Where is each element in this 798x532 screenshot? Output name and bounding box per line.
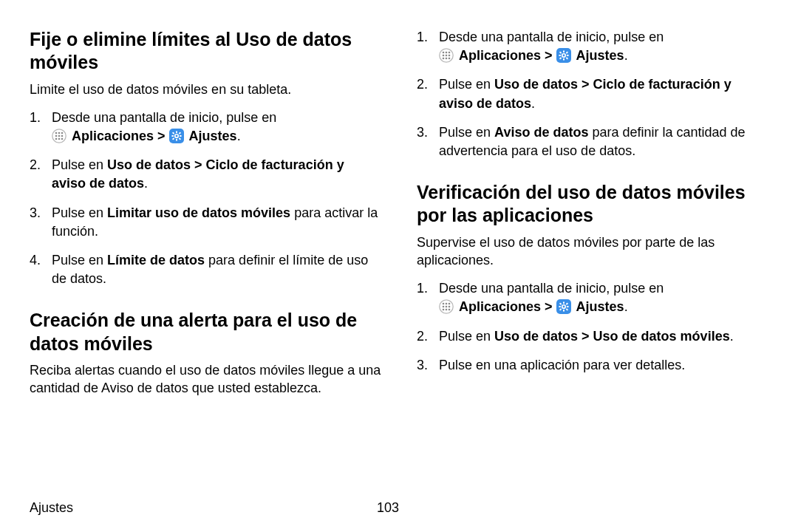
steps-create-alert: Desde una pantalla de inicio, pulse en A… (417, 28, 768, 160)
gear-icon (556, 299, 571, 314)
period: . (624, 48, 628, 63)
label-aplicaciones: Aplicaciones (459, 299, 541, 314)
step-item: Pulse en Uso de datos > Ciclo de factura… (30, 156, 381, 193)
intro-create-alert: Reciba alertas cuando el uso de datos mó… (30, 361, 381, 398)
period: . (730, 329, 734, 344)
step-text: Pulse en (52, 253, 107, 267)
gear-icon (556, 48, 571, 63)
step-text: Pulse en (52, 157, 107, 172)
step-bold: Uso de datos > Uso de datos móviles (494, 329, 730, 344)
step-text: Pulse en (439, 77, 494, 92)
step-text: Pulse en (439, 329, 494, 344)
heading-create-alert: Creación de una alerta para el uso de da… (30, 309, 381, 355)
step-text: Desde una pantalla de inicio, pulse en (52, 110, 276, 125)
gear-icon (169, 129, 184, 143)
step-item: Desde una pantalla de inicio, pulse en A… (417, 28, 768, 65)
heading-verify-usage: Verificación del uso de datos móviles po… (417, 181, 768, 228)
page-footer: Ajustes 103 (30, 500, 768, 516)
label-ajustes: Ajustes (576, 48, 624, 63)
period: . (237, 129, 241, 143)
page-columns: Fije o elimine límites al Uso de datos m… (30, 28, 768, 407)
step-item: Desde una pantalla de inicio, pulse en A… (417, 279, 768, 316)
label-ajustes: Ajustes (189, 129, 237, 143)
label-aplicaciones: Aplicaciones (72, 129, 154, 143)
footer-page-number: 103 (377, 500, 399, 516)
step-item: Pulse en Aviso de datos para definir la … (417, 123, 768, 160)
period: . (624, 299, 628, 314)
step-text: Desde una pantalla de inicio, pulse en (439, 281, 664, 296)
step-item: Pulse en Uso de datos > Ciclo de factura… (417, 75, 768, 112)
step-item: Pulse en Límite de datos para definir el… (30, 251, 381, 288)
chevron: > (545, 299, 556, 314)
heading-set-limits: Fije o elimine límites al Uso de datos m… (30, 28, 381, 75)
steps-verify-usage: Desde una pantalla de inicio, pulse en A… (417, 279, 768, 375)
footer-section: Ajustes (30, 500, 73, 516)
step-text: Pulse en (52, 205, 107, 220)
step-item: Pulse en Uso de datos > Uso de datos móv… (417, 327, 768, 346)
steps-set-limits: Desde una pantalla de inicio, pulse en A… (30, 109, 381, 289)
step-bold: Aviso de datos (494, 125, 588, 140)
apps-icon (439, 48, 454, 63)
intro-verify-usage: Supervise el uso de datos móviles por pa… (417, 233, 768, 270)
left-column: Fije o elimine límites al Uso de datos m… (30, 28, 381, 407)
period: . (144, 176, 148, 191)
label-ajustes: Ajustes (576, 299, 624, 314)
label-aplicaciones: Aplicaciones (459, 48, 541, 63)
step-item: Desde una pantalla de inicio, pulse en A… (30, 109, 381, 146)
chevron: > (157, 129, 169, 143)
intro-set-limits: Limite el uso de datos móviles en su tab… (30, 81, 381, 98)
step-text: Desde una pantalla de inicio, pulse en (439, 30, 664, 44)
step-item: Pulse en Limitar uso de datos móviles pa… (30, 204, 381, 241)
step-item: Pulse en una aplicación para ver detalle… (417, 356, 768, 375)
right-column: Desde una pantalla de inicio, pulse en A… (417, 28, 768, 407)
chevron: > (545, 48, 556, 63)
step-text: Pulse en una aplicación para ver detalle… (439, 358, 685, 372)
period: . (531, 96, 535, 111)
apps-icon (52, 129, 66, 143)
step-text: Pulse en (439, 125, 494, 140)
step-bold: Limitar uso de datos móviles (107, 205, 290, 220)
apps-icon (439, 299, 454, 314)
step-bold: Límite de datos (107, 253, 205, 267)
